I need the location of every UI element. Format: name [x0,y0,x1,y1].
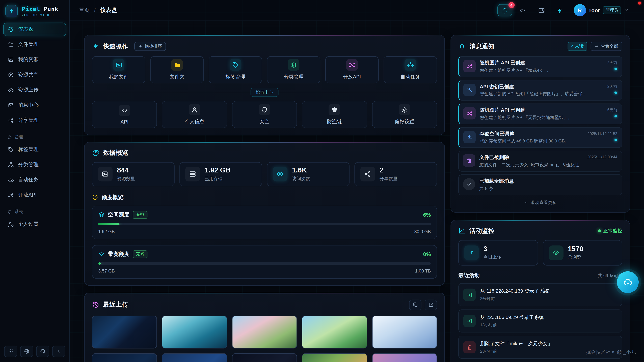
notifications-title: 消息通知 [470,42,494,50]
activity-item-icon [463,341,476,354]
upload-thumbnail[interactable] [302,353,367,362]
sidebar-menu-item[interactable]: 分享管理 [3,114,66,127]
view-all-button[interactable]: 查看全部 [591,42,622,51]
sidebar-group-title-system: 系统 [0,204,70,216]
recent-activity-title: 最近活动 [458,272,480,279]
notification-item[interactable]: 文件已被删除 您的文件「二次元美少女~城市夜景.png」因违反社区规则被管理员删… [458,151,622,172]
notification-description: 您创建了新的 API 密钥「笔记上传图片」。请妥善保管您的密钥。 [480,91,587,97]
notification-item[interactable]: API 密钥已创建 您创建了新的 API 密钥「笔记上传图片」。请妥善保管您的密… [458,80,622,101]
notification-title: 存储空间已调整 [480,131,569,137]
quota-panel: 空间额度 充裕 6% 1.92 GB 30.0 GB [92,205,437,239]
notification-item[interactable]: 随机图片 API 已创建 您创建了随机图片 API「无畏契约随机壁纸」。 6天前 [458,104,622,124]
quick-action-button[interactable]: 个人信息 [162,101,227,128]
sidebar-menu-item[interactable]: 资源上传 [3,83,66,97]
sidebar-tool-button[interactable] [4,346,17,357]
quick-action-button[interactable]: 自动任务 [384,56,437,83]
data-overview-title: 数据概览 [103,149,128,157]
notifications-button[interactable]: 4 [497,4,512,16]
stat-value: 1.6K [292,167,310,174]
breadcrumb-home[interactable]: 首页 [79,6,90,14]
quick-boost-button[interactable] [553,4,568,16]
id-card-button[interactable] [534,4,549,16]
quick-action-button[interactable]: 分类管理 [267,56,320,83]
notification-item[interactable]: 随机图片 API 已创建 您创建了随机图片 API「精选4K」。 2天前 [458,56,622,77]
sidebar-item-icon [8,87,14,93]
sidebar-item-label: 开放API [18,192,37,199]
upload-thumbnail[interactable] [302,316,367,349]
notification-description: 共 5 条 [479,186,514,191]
quick-action-label: API [120,119,128,124]
upload-thumbnail[interactable] [162,353,227,362]
sidebar-menu-item[interactable]: 仪表盘 [3,23,66,36]
scroll-for-more[interactable]: 滑动查看更多 [458,200,622,205]
quota-list: 空间额度 充裕 6% 1.92 GB 30.0 GB [92,205,437,279]
bell-icon [501,7,508,14]
arrow-right-icon [595,44,599,48]
notification-icon [463,60,476,72]
quick-action-button[interactable]: 安全 [232,101,297,128]
sidebar-item-label: 消息中心 [18,102,38,109]
sidebar-menu-item[interactable]: 消息中心 [3,98,66,112]
sidebar-menu-item[interactable]: 我的资源 [3,53,66,66]
upload-thumbnail[interactable] [162,316,227,349]
stat-icon [273,167,288,182]
notification-item[interactable]: 已加载全部消息 共 5 条 [458,174,622,195]
copy-button[interactable] [409,300,421,310]
app-logo[interactable]: Pixel Punk VERSION V1.0.0 [0,0,70,21]
upload-thumbnail[interactable] [232,316,297,349]
notification-description: 您的存储空间已从 48.8 GB 调整到 30.0 GB。 [480,138,569,144]
quick-action-button[interactable]: API [92,101,157,128]
quota-panel: 带宽额度 充裕 0% 3.57 GB 1.00 TB [92,245,437,279]
sidebar-menu-item[interactable]: 开放API [3,188,66,202]
announcements-button[interactable] [516,4,530,16]
tool-icon [56,349,62,354]
open-external-button[interactable] [425,300,437,310]
sidebar-item-icon [8,162,14,168]
sidebar-tool-button[interactable] [36,346,49,357]
sidebar-menu-item[interactable]: 个人设置 [3,218,66,231]
user-menu[interactable]: R root 管理员 [574,4,629,16]
notification-list: 随机图片 API 已创建 您创建了随机图片 API「精选4K」。 2天前 API… [458,56,622,195]
quota-progress-bar [98,223,431,225]
quick-action-button[interactable]: 开放API [325,56,379,83]
sidebar-item-icon [8,221,14,227]
notification-icon [463,84,476,96]
quick-action-icon [259,104,270,115]
upload-fab-button[interactable] [617,271,639,293]
notification-icon [463,178,475,190]
sidebar-menu-item[interactable]: 文件管理 [3,38,66,51]
sidebar-menu-item[interactable]: 分类管理 [3,158,66,172]
quick-action-button[interactable]: 防盗链 [302,101,367,128]
notification-title: 随机图片 API 已创建 [480,60,551,66]
sidebar-menu-item[interactable]: 标签管理 [3,143,66,156]
drag-sort-badge[interactable]: 拖拽排序 [134,42,166,51]
sidebar-menu-item[interactable]: 资源共享 [3,68,66,82]
sidebar-footer [0,341,70,362]
stat-label: 分享数量 [380,175,398,182]
quick-action-button[interactable]: 标签管理 [209,56,262,83]
quick-action-button[interactable]: 我的文件 [92,56,146,83]
quick-action-button[interactable]: 偏好设置 [372,101,437,128]
sidebar: Pixel Punk VERSION V1.0.0 仪表盘 文件管理 我的资源 … [0,0,70,362]
quick-actions-secondary: API 个人信息 安全 防盗链 [92,101,437,128]
upload-thumbnail[interactable] [372,353,437,362]
upload-thumbnail[interactable] [372,316,437,349]
sidebar-menu-admin: 标签管理 分类管理 自动任务 开放API [0,141,70,203]
sidebar-tool-button[interactable] [20,346,33,357]
quota-icon [98,212,105,218]
quick-action-button[interactable]: 文件夹 [150,56,204,83]
activity-text: 删除了文件「miku~二次元少女」 [480,340,552,348]
upload-thumbnail[interactable] [92,316,157,349]
sidebar-menu-item[interactable]: 自动任务 [3,173,66,187]
brand-name: Pixel Punk [22,5,58,12]
upload-thumbnail[interactable] [232,353,297,362]
notification-description: 您创建了随机图片 API「无畏契约随机壁纸」。 [480,115,572,120]
notification-item[interactable]: 存储空间已调整 您的存储空间已从 48.8 GB 调整到 30.0 GB。 20… [458,127,622,148]
quick-action-icon [404,59,416,71]
sidebar-item-icon [8,57,14,63]
watermark: 掘金技术社区 @ _小九 [586,349,636,356]
tool-icon [40,349,46,354]
stat-icon [360,167,375,182]
upload-thumbnail[interactable] [92,353,157,362]
sidebar-tool-button[interactable] [52,346,65,357]
